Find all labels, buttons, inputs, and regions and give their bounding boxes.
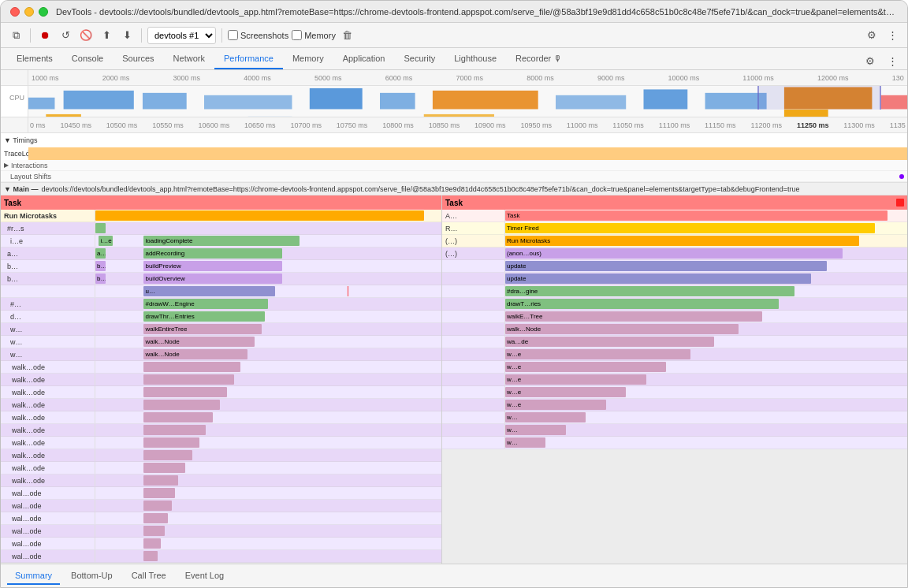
devtools-more[interactable]: ⋮ — [884, 52, 901, 69]
record-button[interactable]: ⏺ — [36, 27, 54, 44]
devtools-settings[interactable]: ⚙ — [861, 52, 879, 69]
table-row: wal…ode — [1, 500, 441, 512]
upload-button[interactable]: ⬆ — [98, 27, 115, 44]
flame-bar: w… — [505, 437, 545, 448]
tab-event-log[interactable]: Event Log — [177, 568, 233, 585]
bar-area: drawT…ries — [505, 298, 907, 310]
table-row: w…e — [442, 386, 907, 399]
detail-tick-15: 11100 ms — [659, 121, 690, 129]
bar-area — [95, 474, 441, 486]
tab-security[interactable]: Security — [394, 48, 445, 69]
tab-performance[interactable]: Performance — [214, 48, 283, 69]
memory-label: Memory — [304, 31, 336, 40]
overview-section[interactable]: 1000 ms 2000 ms 3000 ms 4000 ms 5000 ms … — [1, 70, 907, 117]
bar-area: walk…Node — [95, 348, 441, 360]
minimize-button[interactable] — [24, 7, 34, 17]
row-label — [442, 260, 505, 272]
row-label — [442, 424, 505, 436]
time-tick-1: 1000 ms — [32, 74, 59, 82]
time-tick-7: 7000 ms — [456, 74, 483, 82]
download-button[interactable]: ⬇ — [118, 27, 136, 44]
trace-load-row: TraceLoad — [1, 147, 907, 160]
row-label — [442, 311, 505, 322]
timings-header[interactable]: ▼ Timings — [1, 133, 907, 147]
tab-console[interactable]: Console — [62, 48, 113, 69]
tab-sources[interactable]: Sources — [113, 48, 163, 69]
more-button[interactable]: ⋮ — [884, 27, 901, 44]
flame-bar — [143, 374, 233, 385]
close-button[interactable] — [10, 7, 20, 17]
flame-bar: i…e — [99, 236, 113, 246]
time-tick-9: 9000 ms — [597, 74, 625, 82]
tab-network[interactable]: Network — [164, 48, 214, 69]
row-label: w… — [1, 336, 95, 348]
reload-button[interactable]: ↺ — [57, 27, 74, 44]
clear-button[interactable]: 🚫 — [77, 27, 95, 44]
row-label: wal…ode — [1, 538, 95, 549]
layout-shifts-row: Layout Shifts — [1, 171, 907, 182]
screenshots-label: Screenshots — [240, 31, 288, 40]
bar-area — [95, 550, 441, 562]
table-row: walk…ode — [1, 424, 441, 437]
memory-checkbox[interactable] — [292, 30, 302, 40]
url-bar: ▼ Main — devtools://devtools/bundled/dev… — [1, 183, 907, 195]
row-label: walk…ode — [1, 374, 95, 385]
time-tick-12: 12000 ms — [817, 74, 849, 82]
flame-content-right[interactable]: A… Task R… Timer Fired (…) — [442, 210, 907, 564]
screenshots-checkbox-label[interactable]: Screenshots — [228, 30, 288, 40]
maximize-button[interactable] — [39, 7, 48, 17]
table-row: update — [442, 260, 907, 273]
tab-memory[interactable]: Memory — [283, 48, 333, 69]
row-label: wal…ode — [1, 487, 95, 499]
table-row: walk…ode — [1, 399, 441, 411]
flame-bar — [143, 526, 164, 536]
tab-elements[interactable]: Elements — [7, 48, 62, 69]
flame-bar: wa…de — [505, 337, 714, 347]
flame-bar: w…e — [505, 400, 606, 410]
row-label: b… — [1, 260, 95, 272]
bar-area: drawThr…Entries — [95, 311, 441, 322]
table-row: walk…ode — [1, 411, 441, 424]
dock-button[interactable]: ⧉ — [7, 27, 24, 44]
tab-lighthouse[interactable]: Lighthouse — [445, 48, 506, 69]
main-url: devtools://devtools/bundled/devtools_app… — [41, 185, 799, 193]
table-row: u… — [1, 285, 441, 298]
interactions-row[interactable]: ▶ Interactions — [1, 160, 907, 171]
tab-recorder[interactable]: Recorder 🎙 — [506, 48, 571, 69]
tab-call-tree[interactable]: Call Tree — [124, 568, 174, 585]
trash-button[interactable]: 🗑 — [339, 27, 356, 44]
flame-header-right: Task — [442, 195, 907, 210]
table-row: A… Task — [442, 210, 907, 222]
bar-area: walk…Node — [505, 323, 907, 335]
time-tick-6: 6000 ms — [385, 74, 413, 82]
svg-rect-8 — [644, 89, 688, 109]
table-row: w… walk…Node — [1, 348, 441, 361]
tab-bottom-up[interactable]: Bottom-Up — [63, 568, 121, 585]
tab-application[interactable]: Application — [333, 48, 395, 69]
separator-3 — [221, 28, 222, 43]
table-row: Run Microtasks — [1, 210, 441, 222]
row-label: (…) — [442, 235, 505, 247]
time-tick-5: 5000 ms — [314, 74, 342, 82]
layout-shifts-indent — [4, 173, 8, 180]
flame-bar: Timer Fired — [505, 223, 875, 233]
detail-tick-10: 10850 ms — [429, 121, 460, 129]
svg-rect-2 — [143, 93, 187, 110]
memory-checkbox-label[interactable]: Memory — [292, 30, 336, 40]
device-select[interactable]: devtools #1 — [147, 27, 216, 44]
bar-area: Timer Fired — [505, 222, 907, 234]
bar-area: u… — [95, 285, 441, 297]
flame-bar-2: addRecording — [143, 248, 282, 259]
flame-bar — [143, 450, 192, 460]
flame-content-left[interactable]: Run Microtasks #r…s i…e — [1, 210, 441, 564]
separator-2 — [141, 28, 142, 43]
table-row: w… — [442, 411, 907, 424]
row-label: #… — [1, 298, 95, 310]
tab-summary[interactable]: Summary — [7, 568, 60, 585]
table-row: d… drawThr…Entries — [1, 311, 441, 323]
detail-tick-17: 11200 ms — [750, 121, 782, 129]
row-label: wal…ode — [1, 500, 95, 512]
screenshots-checkbox[interactable] — [228, 30, 238, 40]
settings-button[interactable]: ⚙ — [863, 27, 880, 44]
table-row: w… walkEntireTree — [1, 323, 441, 336]
